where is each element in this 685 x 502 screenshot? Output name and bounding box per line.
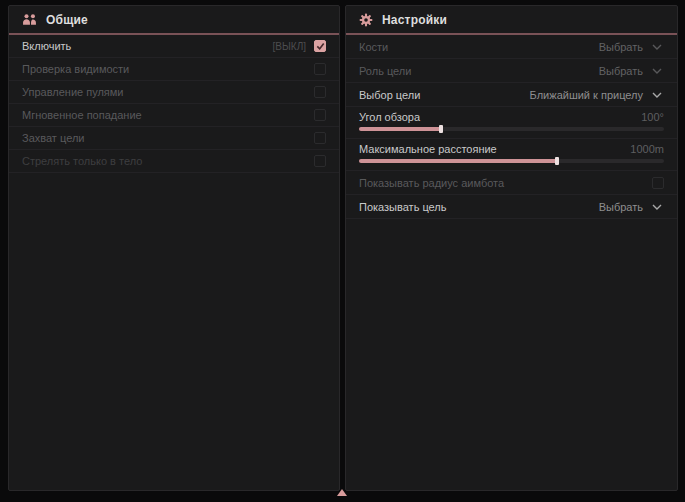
check-icon	[316, 42, 325, 50]
row-right: Выбрать	[597, 63, 664, 79]
row-right: Ближайший к прицелу	[528, 87, 664, 103]
settings-rows: КостиВыбратьРоль целиВыбратьВыбор целиБл…	[346, 35, 677, 219]
dropdown-value: Выбрать	[599, 201, 643, 213]
value-max-distance: 1000m	[630, 143, 664, 155]
label-visibility-check: Проверка видимости	[22, 63, 129, 75]
dropdown-show-target[interactable]: Выбрать	[597, 199, 664, 215]
label-target-role: Роль цели	[359, 65, 411, 77]
slider-fill	[359, 127, 441, 131]
panel-general: Общие Включить[ВЫКЛ]Проверка видимостиУп…	[8, 5, 340, 491]
label-body-only: Стрелять только в тело	[22, 155, 142, 167]
panel-settings-title: Настройки	[382, 13, 447, 27]
slider-handle[interactable]	[555, 157, 559, 165]
checkbox-bullet-control[interactable]	[314, 86, 326, 98]
dropdown-value: Ближайший к прицелу	[530, 89, 643, 101]
row-right: Выбрать	[597, 199, 664, 215]
label-fov: Угол обзора	[359, 111, 420, 123]
checkbox-visibility-check[interactable]	[314, 63, 326, 75]
label-max-distance: Максимальное расстояние	[359, 143, 497, 155]
label-show-target: Показывать цель	[359, 201, 447, 213]
label-enable: Включить	[22, 40, 71, 52]
dropdown-bones[interactable]: Выбрать	[597, 39, 664, 55]
row-right	[314, 109, 326, 121]
row-body-only: Стрелять только в тело	[9, 150, 339, 173]
row-visibility-check: Проверка видимости	[9, 58, 339, 81]
row-right: Выбрать	[597, 39, 664, 55]
panel-settings: Настройки КостиВыбратьРоль целиВыбратьВы…	[345, 5, 678, 491]
row-show-target: Показывать цельВыбрать	[346, 195, 677, 219]
label-target-lock: Захват цели	[22, 132, 84, 144]
row-instant-hit: Мгновенное попадание	[9, 104, 339, 127]
row-target-selection: Выбор целиБлижайший к прицелу	[346, 83, 677, 107]
slider-fov[interactable]	[359, 127, 664, 131]
users-icon	[22, 13, 37, 26]
panel-general-header: Общие	[9, 6, 339, 33]
row-fov: Угол обзора100°	[346, 107, 677, 139]
chevron-down-icon	[652, 92, 662, 98]
row-right	[314, 132, 326, 144]
panel-general-title: Общие	[46, 13, 88, 27]
label-show-aimbot-radius: Показывать радиус аимбота	[359, 177, 504, 189]
row-right: [ВЫКЛ]	[273, 40, 326, 52]
row-bullet-control: Управление пулями	[9, 81, 339, 104]
dropdown-target-selection[interactable]: Ближайший к прицелу	[528, 87, 664, 103]
slider-handle[interactable]	[439, 125, 443, 133]
slider-max-distance[interactable]	[359, 159, 664, 163]
dropdown-value: Выбрать	[599, 65, 643, 77]
chevron-down-icon	[652, 68, 662, 74]
slider-row-top: Максимальное расстояние1000m	[359, 143, 664, 155]
row-show-aimbot-radius: Показывать радиус аимбота	[346, 171, 677, 195]
chevron-down-icon	[652, 204, 662, 210]
row-target-role: Роль целиВыбрать	[346, 59, 677, 83]
dropdown-value: Выбрать	[599, 41, 643, 53]
label-target-selection: Выбор цели	[359, 89, 420, 101]
checkbox-show-aimbot-radius[interactable]	[652, 177, 664, 189]
row-right	[314, 63, 326, 75]
checkbox-enable[interactable]	[314, 40, 326, 52]
label-bones: Кости	[359, 41, 388, 53]
row-right	[314, 155, 326, 167]
slider-fill	[359, 159, 557, 163]
row-right	[314, 86, 326, 98]
up-triangle-icon[interactable]	[337, 489, 347, 496]
label-instant-hit: Мгновенное попадание	[22, 109, 142, 121]
panel-settings-header: Настройки	[346, 6, 677, 33]
general-rows: Включить[ВЫКЛ]Проверка видимостиУправлен…	[9, 35, 339, 173]
row-bones: КостиВыбрать	[346, 35, 677, 59]
gear-icon	[359, 13, 373, 27]
checkbox-body-only[interactable]	[314, 155, 326, 167]
value-fov: 100°	[641, 111, 664, 123]
checkbox-instant-hit[interactable]	[314, 109, 326, 121]
chevron-down-icon	[652, 44, 662, 50]
row-right	[652, 177, 664, 189]
hotkey-tag: [ВЫКЛ]	[273, 41, 306, 52]
dropdown-target-role[interactable]: Выбрать	[597, 63, 664, 79]
label-bullet-control: Управление пулями	[22, 86, 124, 98]
slider-row-top: Угол обзора100°	[359, 111, 664, 123]
row-max-distance: Максимальное расстояние1000m	[346, 139, 677, 171]
checkbox-target-lock[interactable]	[314, 132, 326, 144]
row-enable: Включить[ВЫКЛ]	[9, 35, 339, 58]
row-target-lock: Захват цели	[9, 127, 339, 150]
